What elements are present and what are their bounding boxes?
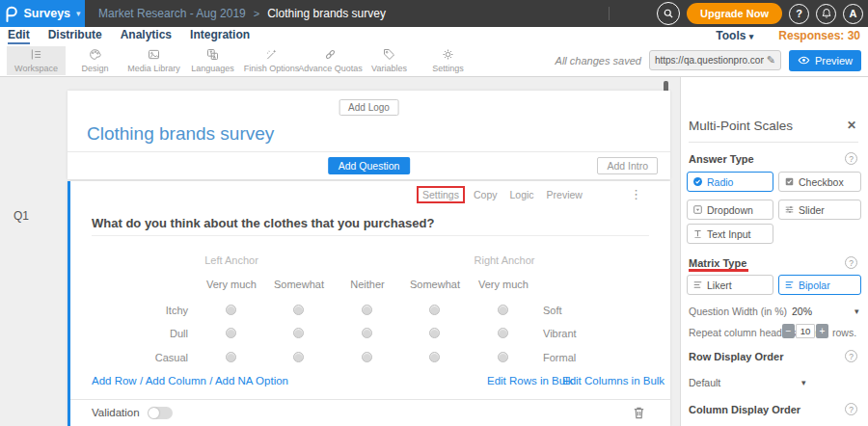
add-column-link[interactable]: Add Column <box>146 375 206 386</box>
radio-button[interactable] <box>429 305 440 315</box>
tools-menu[interactable]: Tools ▾ <box>716 29 753 42</box>
survey-header-card: Add Logo Clothing brands survey Add Ques… <box>68 91 670 179</box>
row-display-order-value[interactable]: Default <box>689 377 720 388</box>
help-icon[interactable]: ? <box>845 152 857 165</box>
edit-columns-bulk-link[interactable]: Edit Columns in Bulk <box>562 375 665 386</box>
matrix-row-label-left[interactable]: Itchy <box>70 305 188 316</box>
toolbar-item-design[interactable]: Design <box>66 46 124 75</box>
answer-type-radio-option[interactable]: Radio <box>687 172 773 192</box>
add-question-button[interactable]: Add Question <box>328 157 411 174</box>
matrix-row-label-right[interactable]: Formal <box>543 352 576 363</box>
option-label: Slider <box>799 204 825 216</box>
preview-button[interactable]: Preview <box>789 50 861 71</box>
add-logo-button[interactable]: Add Logo <box>339 99 399 116</box>
radio-button[interactable] <box>226 305 236 315</box>
rows-suffix-label: rows. <box>832 327 856 338</box>
radio-button[interactable] <box>429 328 440 338</box>
survey-url-input[interactable] <box>655 55 764 66</box>
toolbar-item-settings[interactable]: Settings <box>419 46 477 75</box>
add-intro-button[interactable]: Add Intro <box>597 157 658 174</box>
question-settings-action[interactable]: Settings <box>417 186 465 203</box>
radio-button[interactable] <box>429 352 440 362</box>
toolbar-item-label: Settings <box>432 64 464 73</box>
questionpro-logo-icon <box>4 6 17 22</box>
preview-label: Preview <box>815 55 853 67</box>
answer-type-label: Answer Type <box>689 153 754 165</box>
matrix-row-label-left[interactable]: Casual <box>70 352 188 363</box>
question-width-value[interactable]: 20% <box>792 306 812 317</box>
survey-title[interactable]: Clothing brands survey <box>87 123 274 145</box>
increment-button[interactable]: + <box>816 324 828 338</box>
notifications-button[interactable] <box>816 4 836 24</box>
question-text[interactable]: What do you think about the clothes that… <box>92 216 434 230</box>
tab-integration[interactable]: Integration <box>190 27 250 44</box>
add-na-option-link[interactable]: Add NA Option <box>215 375 288 386</box>
avatar[interactable]: A <box>843 4 863 24</box>
translate-icon <box>205 47 220 62</box>
chevron-down-icon: ▾ <box>76 9 81 18</box>
matrix-column-header: Very much <box>198 279 265 290</box>
matrix-type-likert-option[interactable]: Likert <box>687 275 773 295</box>
edit-url-icon[interactable]: ✎ <box>767 54 775 67</box>
toolbar-item-languages[interactable]: Languages <box>183 46 242 75</box>
decrement-button[interactable]: − <box>782 324 795 338</box>
chevron-down-icon[interactable]: ▾ <box>854 306 859 316</box>
radio-button[interactable] <box>498 305 508 315</box>
answer-type-dropdown-option[interactable]: Dropdown <box>687 200 773 220</box>
search-button[interactable] <box>657 2 680 25</box>
question-logic-action[interactable]: Logic <box>509 189 533 200</box>
toolbar-item-advance-quotas[interactable]: Advance Quotas <box>301 46 360 75</box>
navrow-right: Tools ▾ Responses: 30 <box>716 29 862 42</box>
tab-analytics[interactable]: Analytics <box>121 27 172 44</box>
image-icon <box>147 47 161 62</box>
left-anchor-label: Left Anchor <box>198 254 265 266</box>
edit-rows-bulk-link[interactable]: Edit Rows in Bulk <box>487 375 573 386</box>
toolbar-item-variables[interactable]: Variables <box>360 46 419 75</box>
radio-button[interactable] <box>293 305 304 315</box>
help-icon[interactable]: ? <box>845 350 857 362</box>
tab-edit[interactable]: Edit <box>8 27 30 44</box>
kebab-menu-icon[interactable]: ⋮ <box>630 188 642 201</box>
validation-toggle[interactable] <box>148 407 173 419</box>
matrix-row-label-right[interactable]: Vibrant <box>543 328 577 339</box>
matrix-row-label-right[interactable]: Soft <box>543 305 562 316</box>
repeat-headers-input[interactable] <box>796 324 815 338</box>
breadcrumb-parent[interactable]: Market Research - Aug 2019 <box>98 7 246 20</box>
radio-button[interactable] <box>293 352 304 362</box>
radio-button[interactable] <box>293 328 304 338</box>
save-status: All changes saved <box>556 55 641 67</box>
help-button[interactable]: ? <box>789 4 809 24</box>
question-preview-action[interactable]: Preview <box>547 189 583 200</box>
toolbar-item-finish-options[interactable]: Finish Options <box>242 46 301 75</box>
radio-button[interactable] <box>498 352 508 362</box>
radio-button[interactable] <box>362 305 372 315</box>
answer-type-checkbox-option[interactable]: Checkbox <box>778 172 861 192</box>
add-row-link[interactable]: Add Row <box>92 375 137 386</box>
option-label: Radio <box>707 176 733 188</box>
help-icon[interactable]: ? <box>845 403 857 415</box>
close-icon[interactable]: ✕ <box>847 119 856 132</box>
breadcrumb-separator: > <box>254 8 259 19</box>
responses-count[interactable]: Responses: 30 <box>778 29 860 42</box>
radio-button[interactable] <box>226 352 236 362</box>
toolbar-item-label: Media Library <box>127 64 180 73</box>
answer-type-text-input-option[interactable]: Text Input <box>687 224 773 244</box>
radio-button[interactable] <box>362 352 372 362</box>
toolbar-item-media-library[interactable]: Media Library <box>124 46 183 75</box>
surveys-menu[interactable]: Surveys ▾ <box>0 0 85 27</box>
editor-toolbar: Workspace Design Media Library Languages… <box>0 44 868 77</box>
option-label: Bipolar <box>799 280 830 291</box>
tab-distribute[interactable]: Distribute <box>48 27 102 44</box>
question-copy-action[interactable]: Copy <box>474 189 498 200</box>
radio-button[interactable] <box>498 328 508 338</box>
delete-question-button[interactable] <box>632 405 646 420</box>
radio-button[interactable] <box>362 328 372 338</box>
matrix-type-bipolar-option[interactable]: Bipolar <box>778 275 861 295</box>
radio-button[interactable] <box>226 328 236 338</box>
upgrade-now-button[interactable]: Upgrade Now <box>687 3 782 24</box>
matrix-row-label-left[interactable]: Dull <box>70 328 188 339</box>
answer-type-slider-option[interactable]: Slider <box>778 200 861 220</box>
toolbar-item-workspace[interactable]: Workspace <box>7 46 66 75</box>
help-icon[interactable]: ? <box>845 256 857 269</box>
chevron-down-icon[interactable]: ▾ <box>801 378 806 387</box>
